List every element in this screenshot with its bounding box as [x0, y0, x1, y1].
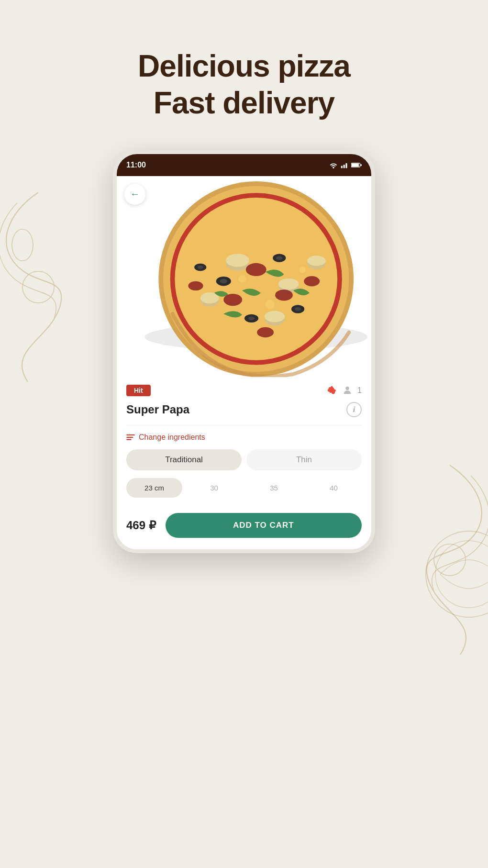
- divider-1: [126, 425, 362, 425]
- svg-rect-10: [360, 164, 362, 166]
- size-30-button[interactable]: 30: [186, 478, 242, 498]
- hero-title-line2: Fast delivery: [154, 86, 334, 120]
- crust-selector: Traditional Thin: [126, 449, 362, 470]
- svg-rect-6: [344, 165, 345, 168]
- svg-point-43: [238, 275, 246, 283]
- pizza-content-area: Hit 1 Super Papa i: [117, 377, 371, 549]
- svg-point-45: [299, 266, 306, 273]
- hero-title: Delicious pizza Fast delivery: [138, 48, 350, 122]
- pizza-illustration: [117, 176, 371, 377]
- svg-point-2: [434, 544, 466, 576]
- hero-heading: Delicious pizza Fast delivery: [138, 48, 350, 122]
- svg-rect-9: [352, 163, 359, 167]
- svg-point-24: [265, 311, 285, 322]
- svg-point-26: [307, 256, 326, 266]
- back-arrow-icon: ←: [130, 189, 140, 200]
- person-icon: [342, 385, 353, 396]
- add-to-cart-button[interactable]: ADD TO CART: [166, 513, 362, 538]
- svg-rect-49: [126, 439, 132, 440]
- pizza-title: Super Papa: [126, 403, 189, 416]
- crust-thin-button[interactable]: Thin: [246, 449, 362, 470]
- svg-rect-48: [126, 436, 133, 437]
- svg-point-41: [304, 276, 320, 286]
- svg-point-0: [22, 271, 54, 303]
- icons-row: 1: [327, 385, 362, 396]
- pizza-image-area: ←: [117, 176, 371, 377]
- bg-plate-decoration: [421, 526, 488, 622]
- signal-icon: [341, 162, 348, 168]
- svg-rect-7: [345, 163, 347, 168]
- battery-icon: [351, 162, 362, 168]
- svg-point-37: [246, 263, 266, 276]
- bg-decoration-left: [0, 182, 91, 392]
- phone-mockup-container: 11:00: [113, 150, 375, 553]
- svg-point-46: [345, 386, 349, 389]
- svg-point-32: [248, 316, 255, 320]
- svg-point-34: [295, 307, 301, 311]
- bottom-bar: 469 ₽ ADD TO CART: [126, 507, 362, 538]
- size-40-button[interactable]: 40: [306, 478, 362, 498]
- svg-rect-47: [126, 434, 135, 435]
- size-selector: 23 cm 30 35 40: [126, 478, 362, 498]
- back-button[interactable]: ←: [124, 184, 145, 205]
- crust-traditional-button[interactable]: Traditional: [126, 449, 242, 470]
- hero-title-line1: Delicious pizza: [138, 49, 350, 83]
- svg-point-40: [257, 327, 274, 337]
- person-count: 1: [357, 386, 362, 395]
- status-time: 11:00: [126, 161, 146, 169]
- tags-row: Hit 1: [126, 385, 362, 396]
- svg-rect-5: [341, 166, 343, 168]
- change-ingredients-button[interactable]: Change ingredients: [126, 433, 362, 442]
- change-ingredients-text: Change ingredients: [139, 433, 205, 442]
- hit-badge: Hit: [126, 385, 151, 396]
- svg-point-30: [276, 256, 283, 260]
- svg-point-42: [189, 281, 203, 290]
- bg-decoration-right: [397, 455, 488, 665]
- ingredients-icon: [126, 434, 135, 441]
- status-icons: [329, 162, 362, 168]
- info-button[interactable]: i: [346, 402, 362, 417]
- chili-icon: [327, 385, 337, 396]
- status-bar: 11:00: [117, 154, 371, 176]
- size-35-button[interactable]: 35: [246, 478, 302, 498]
- price-display: 469 ₽: [126, 519, 156, 532]
- pizza-title-row: Super Papa i: [126, 402, 362, 417]
- svg-point-38: [223, 294, 242, 306]
- wifi-icon: [329, 162, 338, 168]
- svg-point-39: [275, 289, 293, 300]
- svg-point-18: [226, 254, 249, 267]
- svg-point-36: [198, 265, 203, 269]
- svg-point-1: [12, 229, 33, 261]
- svg-point-3: [426, 531, 488, 617]
- svg-point-44: [266, 300, 275, 309]
- svg-point-20: [278, 278, 299, 289]
- phone-mockup: 11:00: [113, 150, 375, 553]
- svg-point-28: [220, 278, 228, 283]
- size-23-button[interactable]: 23 cm: [126, 478, 182, 498]
- svg-point-4: [435, 541, 488, 608]
